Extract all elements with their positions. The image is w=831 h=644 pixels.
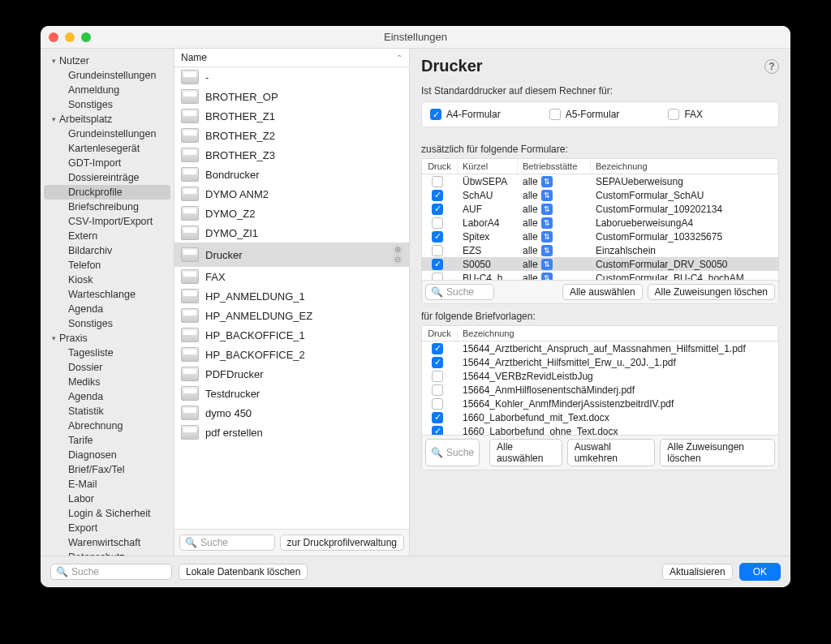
checkbox[interactable] [432, 204, 443, 215]
checkbox[interactable] [432, 273, 443, 281]
printer-row[interactable]: Testdrucker [174, 384, 409, 403]
sidebar-item[interactable]: CSV-Import/Export [44, 214, 170, 229]
printer-row[interactable]: BROTHER_Z3 [174, 145, 409, 165]
sidebar-item[interactable]: Tarife [44, 433, 170, 448]
printer-row[interactable]: PDFDrucker [174, 364, 409, 384]
checkbox[interactable] [432, 357, 443, 368]
checkbox[interactable] [432, 190, 443, 201]
sidebar-item[interactable]: Sonstiges [44, 316, 170, 331]
letters-clear-all-button[interactable]: Alle Zuweisungen löschen [660, 439, 775, 466]
sidebar-item[interactable]: Extern [44, 229, 170, 243]
letters-select-all-button[interactable]: Alle auswählen [489, 439, 562, 466]
dropdown-icon[interactable]: ⇅ [541, 204, 553, 215]
remove-icon[interactable]: ⊖ [393, 255, 403, 264]
ok-button[interactable]: OK [739, 563, 781, 581]
printer-row[interactable]: pdf erstellen [174, 423, 409, 442]
dropdown-icon[interactable]: ⇅ [541, 259, 553, 270]
sidebar-item[interactable]: Diagnosen [44, 448, 170, 462]
refresh-button[interactable]: Aktualisieren [662, 564, 733, 580]
printer-row[interactable]: dymo 450 [174, 403, 409, 423]
table-row[interactable]: 15644_Arztbericht_Hilfsmittel_Erw_u._20J… [422, 355, 778, 369]
checkbox[interactable] [432, 343, 443, 354]
dropdown-icon[interactable]: ⇅ [541, 273, 553, 281]
printer-row[interactable]: BROTHER_OP [174, 87, 409, 106]
printer-row[interactable]: HP_ANMELDUNG_EZ [174, 306, 409, 325]
sidebar-group[interactable]: ▾Praxis [41, 331, 174, 346]
help-icon[interactable]: ? [764, 59, 779, 74]
default-option[interactable]: A5-Formular [549, 109, 620, 120]
checkbox[interactable] [432, 231, 443, 243]
checkbox[interactable] [432, 398, 443, 410]
sidebar-item[interactable]: Telefon [44, 258, 170, 273]
printer-row[interactable]: FAX [174, 267, 409, 286]
table-row[interactable]: 15644_VERBzRevidLeistbJug [422, 369, 778, 383]
sidebar-item[interactable]: GDT-Import [44, 156, 170, 170]
printer-row[interactable]: DYMO_Z2 [174, 204, 409, 223]
sidebar-item[interactable]: E-Mail [44, 477, 170, 492]
col-bezeichnung[interactable]: Bezeichnung [591, 159, 778, 174]
letters-invert-button[interactable]: Auswahl umkehren [567, 439, 656, 466]
sidebar-item[interactable]: Bildarchiv [44, 243, 170, 258]
dropdown-icon[interactable]: ⇅ [541, 231, 553, 243]
sidebar-item[interactable]: Login & Sicherheit [44, 506, 170, 521]
sidebar-item[interactable]: Briefschreibung [44, 200, 170, 214]
checkbox[interactable] [432, 259, 443, 270]
printer-row[interactable]: - [174, 67, 409, 87]
checkbox[interactable] [432, 176, 443, 187]
table-row[interactable]: LaborA4alle⇅LaborueberweisungA4 [422, 216, 778, 230]
table-row[interactable]: AUFalle⇅CustomFormular_109202134 [422, 202, 778, 216]
dropdown-icon[interactable]: ⇅ [541, 245, 553, 256]
table-row[interactable]: 1660_Laborbefund_ohne_Text.docx [422, 424, 778, 435]
checkbox[interactable] [668, 109, 679, 120]
forms-clear-all-button[interactable]: Alle Zuweisungen löschen [648, 284, 775, 300]
printer-row[interactable]: Bondrucker [174, 165, 409, 184]
sidebar-item[interactable]: Anmeldung [44, 83, 170, 97]
checkbox[interactable] [432, 384, 443, 396]
table-row[interactable]: ÜbwSEPAalle⇅SEPAUeberweisung [422, 174, 778, 188]
dropdown-icon[interactable]: ⇅ [541, 217, 553, 229]
sidebar-item[interactable]: Mediks [44, 375, 170, 389]
forms-search-input[interactable]: 🔍Suche [425, 284, 494, 300]
col-druck[interactable]: Druck [422, 326, 458, 341]
sidebar-group[interactable]: ▾Nutzer [41, 54, 174, 68]
printer-search-input[interactable]: 🔍 Suche [179, 535, 275, 551]
duplicate-icon[interactable]: ⊕ [393, 245, 403, 255]
col-kuerzel[interactable]: Kürzel [458, 159, 518, 174]
delete-local-db-button[interactable]: Lokale Datenbank löschen [179, 564, 308, 580]
table-row[interactable]: Spitexalle⇅CustomFormular_103325675 [422, 230, 778, 243]
sidebar-item[interactable]: Grundeinstellungen [44, 127, 170, 141]
table-row[interactable]: 1660_Laborbefund_mit_Text.docx [422, 410, 778, 424]
default-option[interactable]: FAX [668, 109, 703, 120]
sidebar-group[interactable]: ▾Arbeitsplatz [41, 112, 174, 127]
checkbox[interactable] [549, 109, 561, 120]
sidebar-item[interactable]: Kiosk [44, 273, 170, 287]
printer-row[interactable]: HP_BACKOFFICE_1 [174, 325, 409, 345]
printer-list-header[interactable]: Name ⌃ [174, 49, 409, 67]
manage-profiles-button[interactable]: zur Druckprofilverwaltung [280, 535, 404, 551]
sidebar-item[interactable]: Warteschlange [44, 287, 170, 302]
sidebar-item[interactable]: Brief/Fax/Tel [44, 462, 170, 477]
sidebar-item[interactable]: Sonstiges [44, 97, 170, 112]
printer-row[interactable]: BROTHER_Z2 [174, 126, 409, 145]
sidebar-item[interactable]: Export [44, 521, 170, 535]
table-row[interactable]: SchAUalle⇅CustomFormular_SchAU [422, 188, 778, 202]
printer-list[interactable]: -BROTHER_OPBROTHER_Z1BROTHER_Z2BROTHER_Z… [174, 67, 409, 529]
checkbox[interactable] [432, 426, 443, 436]
checkbox[interactable] [432, 371, 443, 382]
printer-row[interactable]: DYMO ANM2 [174, 184, 409, 204]
sidebar-item[interactable]: Kartenlesegerät [44, 141, 170, 156]
sidebar-item[interactable]: Datenschutz [44, 550, 170, 556]
col-bezeichnung[interactable]: Bezeichnung [458, 326, 778, 341]
letters-search-input[interactable]: 🔍Suche [425, 439, 480, 466]
sidebar-item[interactable]: Dossier [44, 360, 170, 375]
table-row[interactable]: 15644_Arztbericht_Anspruch_auf_Massnahme… [422, 341, 778, 355]
printer-row[interactable]: HP_BACKOFFICE_2 [174, 345, 409, 364]
sidebar-item[interactable]: Abrechnung [44, 419, 170, 433]
dropdown-icon[interactable]: ⇅ [541, 176, 553, 187]
table-row[interactable]: 15664_Kohler_AnmfMinderjAssistenzbeitrdI… [422, 397, 778, 410]
printer-row[interactable]: DYMO_ZI1 [174, 223, 409, 243]
printer-row[interactable]: BROTHER_Z1 [174, 106, 409, 126]
sidebar-item[interactable]: Tagesliste [44, 346, 170, 360]
sidebar-item[interactable]: Warenwirtschaft [44, 535, 170, 550]
global-search-input[interactable]: 🔍Suche [50, 564, 172, 580]
